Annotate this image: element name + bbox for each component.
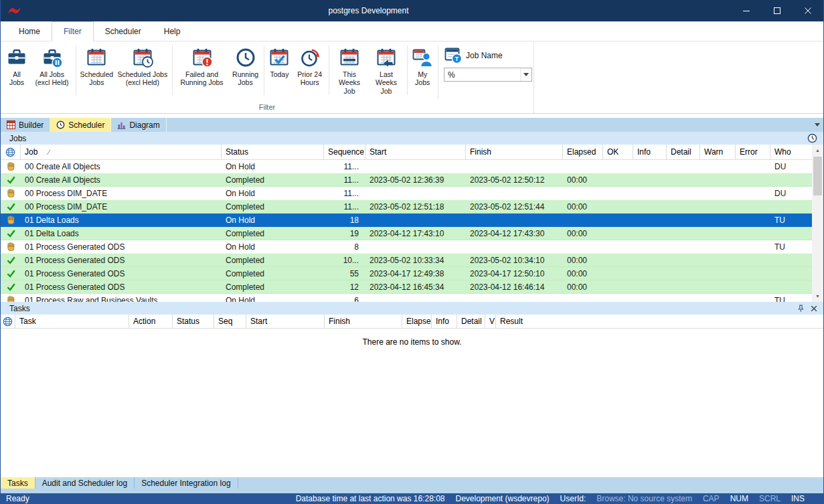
ribbon-button-last-weeks-job[interactable]: Last Weeks Job bbox=[368, 44, 405, 96]
column-label: Result bbox=[500, 317, 523, 326]
ribbon-button-running-jobs[interactable]: Running Jobs bbox=[230, 44, 262, 88]
scroll-up-button[interactable]: ▲ bbox=[812, 145, 823, 156]
clock-small-icon bbox=[56, 120, 65, 129]
tab-overflow-button[interactable] bbox=[811, 118, 823, 132]
ribbon-separator bbox=[329, 46, 329, 95]
bottom-tab-scheduler-integration-log[interactable]: Scheduler Integration log bbox=[135, 477, 238, 489]
combo-dropdown-icon[interactable] bbox=[520, 68, 531, 81]
cell-sequence: 18 bbox=[324, 216, 365, 225]
tasks-column-header-result[interactable]: Result bbox=[496, 315, 824, 328]
jobs-table-row[interactable]: 01 Process Generated ODSCompleted122023-… bbox=[1, 280, 812, 294]
ribbon-button-scheduled-jobs-excl-held[interactable]: Scheduled Jobs (excl Held) bbox=[115, 44, 170, 88]
scroll-thumb[interactable] bbox=[813, 157, 822, 195]
svg-text:T: T bbox=[455, 55, 459, 62]
tasks-panel-header: Tasks bbox=[1, 302, 823, 315]
pin-icon[interactable] bbox=[797, 305, 805, 313]
chart-bars-icon bbox=[117, 120, 126, 129]
ribbon-button-all-jobs-excl-held[interactable]: All Jobs (excl Held) bbox=[30, 44, 74, 88]
jobs-column-header-finish[interactable]: Finish bbox=[466, 145, 563, 159]
ribbon-button-label: All Jobs bbox=[5, 70, 28, 87]
tasks-column-header-row: TaskActionStatusSeqStartFinishElapsedInf… bbox=[1, 315, 823, 329]
close-button[interactable] bbox=[793, 0, 823, 21]
jobs-table-row[interactable]: 00 Process DIM_DATECompleted11...2023-05… bbox=[1, 200, 812, 214]
tasks-column-header-v[interactable]: V bbox=[485, 315, 496, 328]
bottom-tab-tasks[interactable]: Tasks bbox=[1, 477, 35, 489]
jobs-scrollbar[interactable]: ▲ ▼ bbox=[812, 145, 823, 302]
jobs-table-row[interactable]: 01 Delta LoadsCompleted192023-04-12 17:4… bbox=[1, 227, 812, 240]
job-name-combobox[interactable]: % bbox=[444, 68, 532, 82]
tasks-column-header-finish[interactable]: Finish bbox=[325, 315, 402, 328]
jobs-table-row[interactable]: 01 Process Generated ODSOn Hold8TU bbox=[1, 240, 812, 254]
tasks-column-header-action[interactable]: Action bbox=[129, 315, 173, 328]
jobs-column-header-sequence[interactable]: Sequence bbox=[324, 145, 365, 159]
tasks-column-header-task[interactable]: Task bbox=[15, 315, 129, 328]
hold-icon bbox=[6, 188, 16, 198]
app-logo-icon bbox=[7, 5, 23, 17]
jobs-column-header-error[interactable]: Error bbox=[736, 145, 770, 159]
cell-job: 01 Process Generated ODS bbox=[21, 256, 222, 265]
cell-finish: 2023-05-02 10:34:10 bbox=[466, 256, 563, 265]
menu-tab-filter[interactable]: Filter bbox=[52, 21, 94, 41]
minimize-button[interactable] bbox=[731, 0, 762, 21]
tasks-column-header-seq[interactable]: Seq bbox=[214, 315, 246, 328]
close-panel-icon[interactable] bbox=[811, 305, 817, 312]
ribbon-button-label: Scheduled Jobs bbox=[80, 70, 113, 87]
jobs-table-row[interactable]: 01 Process Raw and Business VaultsOn Hol… bbox=[1, 294, 812, 302]
jobs-column-header-ok[interactable]: OK bbox=[603, 145, 633, 159]
view-tab-builder[interactable]: Builder bbox=[1, 118, 50, 132]
jobs-column-header-who[interactable]: Who bbox=[770, 145, 812, 159]
menu-tab-home[interactable]: Home bbox=[7, 21, 52, 41]
view-tab-diagram[interactable]: Diagram bbox=[111, 118, 166, 132]
jobs-column-header-elapsed[interactable]: Elapsed bbox=[563, 145, 603, 159]
ribbon-button-this-weeks-job[interactable]: This Weeks Job bbox=[331, 44, 368, 96]
cell-finish: 2023-05-02 12:50:12 bbox=[466, 175, 563, 185]
jobs-table-row[interactable]: 01 Delta LoadsOn Hold18TU bbox=[1, 214, 812, 227]
completed-icon bbox=[6, 255, 16, 265]
view-tabstrip: BuilderSchedulerDiagram bbox=[1, 118, 823, 132]
ribbon-button-scheduled-jobs[interactable]: Scheduled Jobs bbox=[78, 44, 115, 88]
cell-job: 01 Delta Loads bbox=[21, 229, 222, 238]
menu-tab-scheduler[interactable]: Scheduler bbox=[94, 21, 153, 41]
ribbon-button-my-jobs[interactable]: My Jobs bbox=[409, 44, 436, 88]
menu-tab-help[interactable]: Help bbox=[153, 21, 192, 41]
jobs-column-header-status[interactable]: Status bbox=[222, 145, 324, 159]
view-tab-scheduler[interactable]: Scheduler bbox=[50, 118, 111, 132]
ribbon-button-today[interactable]: Today bbox=[266, 44, 293, 80]
column-label: Start bbox=[250, 317, 267, 326]
ribbon-group-filter: All Jobs All Jobs (excl Held) Scheduled … bbox=[1, 41, 534, 113]
job-name-value: % bbox=[444, 70, 520, 80]
jobs-table-row[interactable]: 01 Process Generated ODSCompleted10...20… bbox=[1, 254, 812, 267]
ribbon-button-all-jobs[interactable]: All Jobs bbox=[3, 44, 30, 88]
scroll-down-button[interactable]: ▼ bbox=[812, 290, 823, 302]
ribbon-separator bbox=[76, 46, 76, 95]
jobs-table-row[interactable]: 00 Create All ObjectsCompleted11...2023-… bbox=[1, 173, 812, 187]
row-status-icon-cell bbox=[1, 188, 21, 198]
ribbon-button-prior-24-hours[interactable]: Prior 24 Hours bbox=[293, 44, 327, 88]
jobs-column-header-job[interactable]: Job∕ bbox=[21, 145, 222, 159]
tasks-column-header-info[interactable]: Info bbox=[432, 315, 457, 328]
jobs-column-header-info[interactable]: Info bbox=[633, 145, 667, 159]
jobs-table: Job∕StatusSequenceStartFinishElapsedOKIn… bbox=[1, 145, 823, 302]
jobs-table-row[interactable]: 01 Process Generated ODSCompleted552023-… bbox=[1, 267, 812, 280]
jobs-table-row[interactable]: 00 Create All ObjectsOn Hold11...DU bbox=[1, 160, 812, 173]
ribbon: All Jobs All Jobs (excl Held) Scheduled … bbox=[1, 41, 823, 114]
maximize-button[interactable] bbox=[762, 0, 793, 21]
tasks-column-header-start[interactable]: Start bbox=[246, 315, 325, 328]
column-label: Error bbox=[740, 147, 758, 157]
jobs-table-row[interactable]: 00 Process DIM_DATEOn Hold11...DU bbox=[1, 187, 812, 200]
cell-job: 01 Process Generated ODS bbox=[21, 242, 222, 252]
tasks-column-header-detail[interactable]: Detail bbox=[457, 315, 485, 328]
column-label: Detail bbox=[671, 147, 691, 157]
column-label: Finish bbox=[329, 317, 350, 326]
ribbon-button-failed-and-running-jobs[interactable]: Failed and Running Jobs bbox=[175, 44, 230, 88]
tasks-column-header-elapsed[interactable]: Elapsed bbox=[402, 315, 432, 328]
jobs-column-header-icon bbox=[1, 145, 21, 159]
empty-message: There are no items to show. bbox=[362, 337, 461, 347]
bottom-tab-audit-and-scheduler-log[interactable]: Audit and Scheduler log bbox=[35, 477, 135, 489]
jobs-column-header-start[interactable]: Start bbox=[365, 145, 466, 159]
ribbon-separator bbox=[438, 46, 438, 99]
jobs-column-header-detail[interactable]: Detail bbox=[667, 145, 700, 159]
jobs-column-header-warn[interactable]: Warn bbox=[700, 145, 736, 159]
tasks-column-header-status[interactable]: Status bbox=[173, 315, 214, 328]
cell-sequence: 55 bbox=[324, 269, 365, 278]
